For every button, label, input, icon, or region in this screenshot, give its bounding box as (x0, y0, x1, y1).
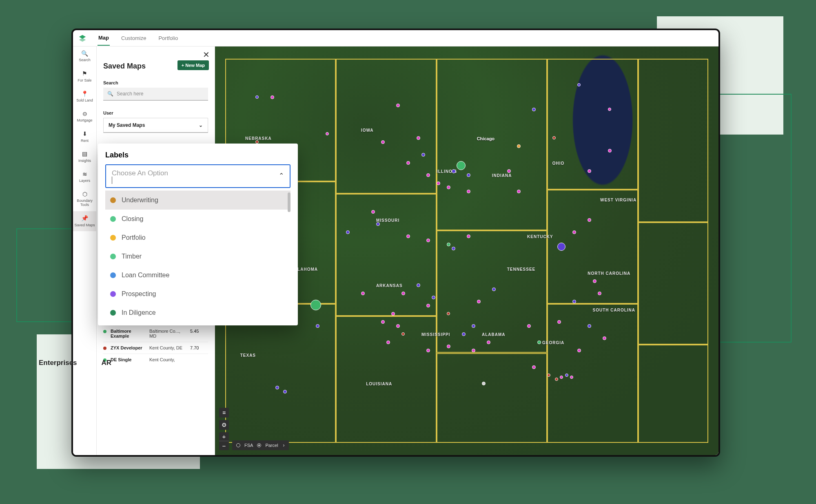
radio-fsa[interactable] (236, 443, 240, 447)
map-point[interactable] (467, 190, 470, 193)
state-border (638, 222, 709, 345)
new-map-button[interactable]: + New Map (177, 60, 209, 70)
zoom-in-button[interactable]: + (219, 432, 229, 441)
map-point[interactable] (588, 169, 591, 173)
settings-button[interactable]: ⚙ (219, 420, 229, 430)
map-point[interactable] (467, 234, 470, 238)
map-point[interactable] (560, 376, 563, 379)
option-label: Timber (122, 253, 142, 260)
rail-item-rent[interactable]: ⬇Rent (73, 127, 96, 147)
map-point[interactable] (401, 292, 405, 295)
tab-portfolio[interactable]: Portfolio (157, 31, 179, 45)
map-point[interactable] (565, 374, 568, 377)
rail-item-mortgage[interactable]: ⊝Mortgage (73, 107, 96, 127)
map-point[interactable] (570, 376, 573, 379)
map-point[interactable] (376, 222, 380, 226)
map-point[interactable] (432, 296, 435, 299)
rail-label: For Sale (78, 79, 91, 83)
tab-map[interactable]: Map (98, 31, 110, 46)
map-point[interactable] (361, 292, 365, 295)
table-row[interactable]: DE SingleKent County, (103, 354, 208, 365)
map-point[interactable] (608, 108, 611, 111)
labels-heading: Labels (105, 151, 290, 159)
map-point[interactable] (507, 169, 511, 173)
map-point[interactable] (452, 247, 455, 250)
layers-button[interactable]: ≡ (219, 408, 229, 418)
label-option-loan-committee[interactable]: Loan Committee (105, 266, 290, 285)
user-select-value: My Saved Maps (109, 122, 145, 128)
map-point[interactable] (437, 181, 440, 185)
map-point[interactable] (447, 243, 450, 246)
map-point[interactable] (447, 312, 450, 315)
tab-customize[interactable]: Customize (120, 31, 147, 45)
map-point[interactable] (477, 300, 481, 303)
map-point[interactable] (608, 149, 612, 153)
radio-parcel[interactable] (257, 443, 261, 447)
rail-item-insights[interactable]: ▤Insights (73, 147, 96, 167)
app-header: Map Customize Portfolio (73, 30, 718, 46)
search-input[interactable]: 🔍 Search here (103, 88, 208, 101)
label-option-portfolio[interactable]: Portfolio (105, 228, 290, 247)
rail-item-sold-land[interactable]: 📍Sold Land (73, 87, 96, 107)
map-point[interactable] (588, 218, 591, 222)
option-label: In Diligence (122, 309, 156, 316)
map-controls: ≡ ⚙ + − (219, 408, 229, 450)
zoom-out-button[interactable]: − (219, 441, 229, 450)
state-border (336, 59, 437, 194)
label-option-timber[interactable]: Timber (105, 247, 290, 266)
map-point[interactable] (452, 169, 456, 173)
map-point[interactable] (555, 378, 558, 381)
rail-label: Insights (78, 159, 91, 163)
map-point[interactable] (467, 173, 470, 177)
map-point[interactable] (406, 234, 410, 238)
color-swatch (110, 272, 116, 278)
close-icon[interactable]: ✕ (203, 50, 210, 60)
row-loc: AR (102, 359, 112, 367)
rail-label: Layers (79, 179, 90, 183)
rail-item-boundary-tools[interactable]: ⬡Boundary Tools (73, 187, 96, 211)
down-icon: ⬇ (82, 131, 87, 137)
list-item[interactable]: Enterprises AR (39, 359, 111, 367)
map-point[interactable] (482, 382, 486, 385)
map-point[interactable] (572, 230, 576, 234)
user-select[interactable]: My Saved Maps ⌄ (103, 118, 208, 133)
map-point[interactable] (457, 161, 466, 170)
label-option-closing[interactable]: Closing (105, 210, 290, 228)
map-point[interactable] (593, 279, 596, 283)
state-label: ALABAMA (482, 332, 506, 337)
map-point[interactable] (275, 386, 279, 389)
table-row[interactable]: ZYX DeveloperKent County, DE7.70 (103, 342, 208, 354)
labels-select[interactable]: Choose An Option ⌃ (105, 164, 290, 188)
boundary-toggle[interactable]: FSA Parcel › (232, 440, 289, 450)
rail-item-saved-maps[interactable]: 📌Saved Maps (73, 211, 96, 231)
table-row[interactable]: Baltimore ExampleBaltimore Co..., MD5.45 (103, 325, 208, 342)
map-point[interactable] (532, 365, 536, 369)
color-swatch (110, 310, 116, 316)
rail-item-for-sale[interactable]: ⚑For Sale (73, 66, 96, 86)
map-point[interactable] (426, 173, 430, 177)
state-border (638, 59, 709, 222)
chevron-right-icon: › (283, 442, 285, 448)
state-border (437, 59, 547, 230)
label-option-prospecting[interactable]: Prospecting (105, 285, 290, 303)
map-point[interactable] (447, 186, 450, 189)
map-point[interactable] (417, 283, 420, 287)
map-point[interactable] (271, 95, 274, 99)
map-point[interactable] (371, 210, 375, 214)
label-option-in-diligence[interactable]: In Diligence (105, 303, 290, 322)
map-point[interactable] (255, 95, 259, 99)
map-point[interactable] (386, 340, 390, 344)
rail-item-search[interactable]: 🔍Search (73, 46, 96, 66)
label-option-underwriting[interactable]: Underwriting (105, 191, 290, 210)
map-point[interactable] (406, 161, 410, 165)
map-point[interactable] (557, 243, 565, 251)
scrollbar-thumb[interactable] (288, 192, 290, 212)
map-point[interactable] (401, 332, 405, 336)
map-point[interactable] (598, 292, 601, 295)
rail-item-layers[interactable]: ≋Layers (73, 167, 96, 187)
map-point[interactable] (283, 390, 287, 393)
map-point[interactable] (421, 153, 425, 157)
map-point[interactable] (492, 287, 496, 291)
map-point[interactable] (346, 230, 350, 234)
state-border (437, 353, 547, 443)
